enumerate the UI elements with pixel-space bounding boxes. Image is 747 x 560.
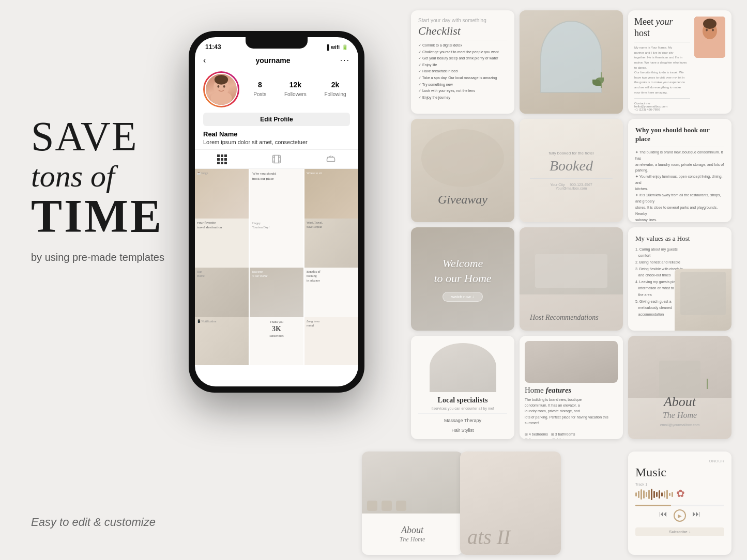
table-shape: [659, 361, 700, 398]
watch-now-button[interactable]: watch now ↓: [443, 292, 483, 302]
avatar-ring: [203, 71, 239, 107]
about-bottom-img: [362, 452, 463, 514]
track-label: Track 1: [635, 483, 724, 486]
post-thumb-3[interactable]: Where to sit: [304, 169, 358, 223]
card-about: About The Home email@yourmailbox.com: [628, 336, 731, 439]
edit-profile-button[interactable]: Edit Profile: [203, 113, 350, 126]
room-image: [520, 10, 623, 114]
following-count: 2k: [324, 81, 346, 89]
booked-sub: fully booked for the hotel: [548, 151, 593, 155]
checklist-items: ✓ Commit to a digital detox ✓ Challenge …: [418, 42, 507, 101]
checklist-sub: Start your day with something: [418, 18, 507, 23]
booked-divider: [530, 178, 613, 179]
post-thumb-11[interactable]: Thank you3Ksubscribers: [250, 317, 303, 366]
profile-real-name: Real Name: [195, 130, 358, 139]
features-title: Home features: [525, 386, 618, 395]
giveaway-label: Giveaway: [411, 193, 514, 207]
icon-1: [367, 501, 377, 511]
values-room-image: [675, 269, 731, 331]
followers-count: 12k: [284, 81, 307, 89]
posts-count: 8: [253, 81, 266, 89]
tagged-tab[interactable]: [326, 154, 336, 164]
post-thumb-5[interactable]: HappyTourism Day!: [250, 219, 303, 272]
sofa-shape: [535, 254, 607, 288]
phone-screen: 11:43 ▐ wifi 🔋 ‹ yourname ···: [195, 37, 358, 386]
more-icon[interactable]: ···: [340, 56, 350, 65]
giveaway-text: Giveaway: [411, 193, 514, 207]
booked-text: Booked: [550, 158, 593, 174]
icon-2: [382, 501, 392, 511]
about-sub: The Home: [628, 411, 731, 420]
card-host-rec: Host Recommendations: [520, 227, 623, 331]
host-contact: Contact me hello@yourmailbox.com +1 (123…: [634, 102, 690, 111]
post-thumb-10[interactable]: 📱 Notification: [195, 317, 249, 366]
why-title: Why you should book our place: [635, 126, 724, 144]
post-thumb-9[interactable]: Benefits ofbookingin advance: [304, 268, 358, 321]
card-music: ONOUR Music Track 1 ✿ ⏮ ▶ ⏭ Subscribe ↓: [628, 452, 731, 555]
profile-bio: Lorem ipsum dolor sit amet, consectetuer: [195, 139, 358, 149]
play-icon[interactable]: ▶: [674, 509, 686, 522]
svg-point-4: [215, 75, 228, 85]
following-label: Following: [324, 91, 346, 97]
subscribe-button[interactable]: Subscribe ↓: [635, 527, 724, 536]
post-thumb-12[interactable]: Long termrental: [304, 317, 358, 366]
plant-decor: [703, 379, 711, 392]
about-text: About The Home email@yourmailbox.com: [628, 393, 731, 427]
tons-text: tons of: [31, 159, 186, 193]
battery-icon: 🔋: [342, 44, 348, 50]
save-text: SAVE: [31, 114, 186, 159]
card-local: Local specialists #services you can enco…: [411, 336, 514, 439]
templates-grid: Start your day with something Checklist …: [406, 5, 737, 444]
bottom-tagline: Easy to edit & customize: [31, 516, 156, 529]
card-my-values: My values as a Host 1. Caring about my g…: [628, 227, 731, 331]
local-divider: [418, 413, 507, 414]
card-meet-host: Meet yourhost My name is Your Name. My p…: [628, 10, 731, 114]
card-about-bottom: About The Home: [362, 452, 463, 555]
post-thumb-8[interactable]: Welcometo our Home: [250, 268, 303, 321]
values-title: My values as a Host: [635, 235, 724, 243]
stats-row: 8 Posts 12k Followers 2k Following: [250, 81, 350, 98]
post-thumb-1[interactable]: ☕ beige: [195, 169, 249, 223]
card-why: Why you should book our place ✦ The buil…: [628, 119, 731, 222]
about-image: [628, 336, 731, 398]
post-thumb-2[interactable]: Why you shouldbook our place: [250, 169, 303, 223]
grid-tab[interactable]: [217, 154, 227, 164]
giveaway-inner-circle: [440, 142, 485, 174]
welcome-text: Welcometo our Home: [434, 256, 491, 286]
next-icon[interactable]: ⏭: [692, 509, 700, 522]
about-label2: About: [401, 525, 423, 536]
card-room: [520, 10, 623, 114]
features-details: The building is brand new, boutique cond…: [525, 397, 618, 439]
post-thumb-4[interactable]: your favoritetravel destination: [195, 219, 249, 272]
card-checklist: Start your day with something Checklist …: [411, 10, 514, 114]
left-section: SAVE tons of TIME by using pre-made temp…: [31, 114, 186, 265]
rec-image: [520, 227, 623, 294]
back-icon[interactable]: ‹: [203, 56, 206, 65]
card-home-features: Home features The building is brand new,…: [520, 336, 623, 439]
reels-tab[interactable]: [271, 154, 282, 164]
post-thumb-6[interactable]: Work,Travel,Save,Repeat: [304, 219, 358, 272]
following-stat: 2k Following: [324, 81, 346, 98]
posts-stat: 8 Posts: [253, 81, 266, 98]
post-thumb-7[interactable]: OurHome: [195, 268, 249, 321]
prev-icon[interactable]: ⏮: [659, 509, 667, 522]
posts-label: Posts: [253, 91, 266, 97]
host-header: Meet yourhost My name is Your Name. My p…: [634, 17, 725, 111]
followers-label: Followers: [284, 91, 307, 97]
music-label-top: ONOUR: [635, 459, 724, 463]
checklist-title: Checklist: [418, 24, 507, 38]
followers-stat: 12k Followers: [284, 81, 307, 98]
local-items-list: Massage Therapy Hair Stylist Yoga Classe…: [418, 416, 507, 439]
time-text: TIME: [31, 193, 186, 240]
music-title: Music: [635, 465, 724, 479]
why-items: ✦ The building is brand new, boutique co…: [635, 149, 724, 222]
about-img-bg: [628, 336, 731, 398]
giveaway-bg: [411, 119, 514, 191]
music-progress-bg: [635, 505, 724, 506]
about-email: email@yourmailbox.com: [628, 423, 731, 427]
features-image: [525, 341, 618, 383]
local-title: Local specialists: [418, 396, 507, 405]
rec-label: Host Recommendations: [530, 313, 599, 322]
avatar: [205, 73, 238, 106]
avatar-face: [206, 74, 237, 105]
